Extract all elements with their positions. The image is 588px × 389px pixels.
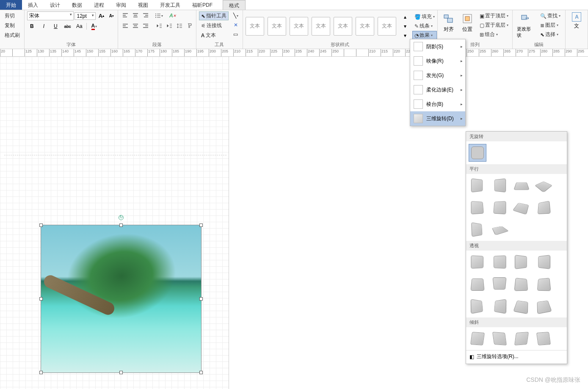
oblique-2[interactable] (491, 330, 508, 348)
pointer-tool-button[interactable]: ⬉指针工具 (199, 11, 229, 20)
parallel-1[interactable] (469, 177, 486, 194)
strike-button[interactable]: abc (63, 22, 72, 30)
rotate-none[interactable] (469, 144, 486, 162)
tab-design[interactable]: 设计 (44, 0, 66, 10)
align-top-left-icon[interactable] (121, 11, 130, 20)
tab-view[interactable]: 视图 (132, 0, 154, 10)
text-direction-icon[interactable] (185, 22, 194, 30)
bring-front-button[interactable]: ▣置于顶层▾ (478, 11, 511, 20)
align-left-icon[interactable] (121, 22, 130, 30)
shape-fill-button[interactable]: 🪣填充▾ (412, 12, 437, 21)
effect-glow-item[interactable]: 发光(G)▸ (410, 68, 465, 83)
shape-style-1[interactable]: 文本 (246, 17, 264, 36)
copy-button[interactable]: 复制 (3, 21, 22, 30)
tab-format[interactable]: 格式 (223, 0, 246, 10)
effect-bevel-item[interactable]: 棱台(B)▸ (410, 97, 465, 111)
effect-3drotate-item[interactable]: 三维旋转(D)▸ (410, 111, 465, 126)
shape-style-3[interactable]: 文本 (290, 17, 308, 36)
shape-outline-button[interactable]: ✎线条▾ (412, 22, 437, 30)
shape-style-7[interactable]: 文本 (378, 17, 396, 36)
parallel-5[interactable] (469, 199, 486, 216)
decrease-indent-icon[interactable] (155, 22, 164, 30)
bold-button[interactable]: B (27, 22, 36, 30)
change-shape-button[interactable]: 更改形状 (515, 11, 537, 39)
persp-12[interactable] (535, 297, 552, 315)
font-name-select[interactable]: 宋体 (27, 11, 74, 20)
tab-foxit[interactable]: 福昕PDF (186, 0, 218, 10)
tab-dev[interactable]: 开发工具 (154, 0, 186, 10)
persp-1[interactable] (469, 253, 486, 271)
shape-effects-button[interactable]: ◔效果▾ (412, 31, 437, 40)
effect-shadow-item[interactable]: 阴影(S)▸ (410, 39, 465, 54)
shape-style-4[interactable]: 文本 (312, 17, 330, 36)
cut-button[interactable]: 剪切 (3, 11, 22, 20)
parallel-2[interactable] (491, 177, 508, 194)
font-size-select[interactable]: 12pt (75, 12, 96, 20)
rotate-options-item[interactable]: ◧ 三维旋转选项(R)... (466, 350, 567, 363)
font-color-button[interactable]: A▾ (89, 22, 99, 30)
oblique-3[interactable] (513, 330, 530, 348)
crosshair-icon[interactable]: ✕ (231, 21, 240, 29)
styles-more-icon[interactable]: ▾ (400, 31, 410, 40)
parallel-3[interactable] (513, 177, 530, 194)
italic-button[interactable]: I (39, 22, 48, 30)
persp-7[interactable] (513, 275, 530, 293)
tab-process[interactable]: 进程 (88, 0, 110, 10)
connector-tool-button[interactable]: ⚟连接线 (199, 21, 229, 30)
resize-handle-bl[interactable] (39, 371, 43, 374)
align-center-icon[interactable] (131, 22, 140, 30)
bullets-icon[interactable]: ▾ (155, 11, 164, 20)
format-painter-button[interactable]: 格式刷 (3, 31, 22, 40)
tab-start[interactable]: 开始 (0, 0, 22, 10)
tab-insert[interactable]: 插入 (22, 0, 44, 10)
persp-4[interactable] (535, 253, 552, 271)
align-top-center-icon[interactable] (131, 11, 140, 20)
persp-11[interactable] (513, 297, 530, 315)
parallel-4[interactable] (535, 177, 552, 194)
parallel-7[interactable] (513, 199, 530, 216)
text-block-button[interactable]: A 文 (568, 11, 585, 30)
persp-10[interactable] (491, 297, 508, 315)
resize-handle-tl[interactable] (39, 223, 43, 227)
tab-review[interactable]: 审阅 (110, 0, 132, 10)
shape-style-6[interactable]: 文本 (356, 17, 374, 36)
resize-handle-b[interactable] (119, 371, 123, 374)
resize-handle-br[interactable] (199, 371, 203, 374)
grow-font-icon[interactable]: A▴ (97, 12, 106, 20)
select-button[interactable]: ⬉选择▾ (538, 30, 563, 39)
rotation-handle[interactable] (119, 215, 124, 220)
tab-data[interactable]: 数据 (66, 0, 88, 10)
resize-handle-r[interactable] (199, 297, 203, 301)
shrink-font-icon[interactable]: A▾ (107, 12, 116, 20)
parallel-9[interactable] (469, 221, 486, 238)
persp-8[interactable] (535, 275, 552, 293)
resize-handle-tr[interactable] (199, 223, 203, 227)
line-spacing-icon[interactable] (175, 22, 184, 30)
selected-image[interactable] (41, 225, 202, 373)
change-case-button[interactable]: Aa (75, 22, 84, 30)
oblique-4[interactable] (535, 330, 552, 348)
underline-button[interactable]: U (51, 22, 60, 30)
persp-6[interactable] (491, 275, 508, 293)
styles-scroll-down-icon[interactable]: ▾ (400, 22, 410, 30)
styles-scroll-up-icon[interactable]: ▴ (400, 13, 410, 21)
layers-button[interactable]: ≣图层▾ (538, 21, 563, 30)
parallel-10[interactable] (491, 221, 508, 238)
group-button[interactable]: ⊞组合▾ (478, 30, 511, 39)
shape-style-5[interactable]: 文本 (334, 17, 352, 36)
rectangle-tool-icon[interactable]: ▭ (231, 30, 240, 39)
parallel-6[interactable] (491, 199, 508, 216)
resize-handle-l[interactable] (39, 297, 43, 301)
oblique-1[interactable] (469, 330, 486, 348)
increase-indent-icon[interactable] (165, 22, 174, 30)
persp-3[interactable] (513, 253, 530, 271)
align-right-icon[interactable] (141, 22, 150, 30)
line-tool-icon[interactable]: ╲▾ (231, 11, 240, 20)
persp-9[interactable] (469, 297, 486, 315)
shape-style-2[interactable]: 文本 (268, 17, 286, 36)
effect-softedge-item[interactable]: 柔化边缘(E)▸ (410, 83, 465, 97)
persp-2[interactable] (491, 253, 508, 271)
parallel-8[interactable] (535, 199, 552, 216)
resize-handle-t[interactable] (119, 223, 123, 227)
text-tool-button[interactable]: A文本 (199, 31, 229, 40)
